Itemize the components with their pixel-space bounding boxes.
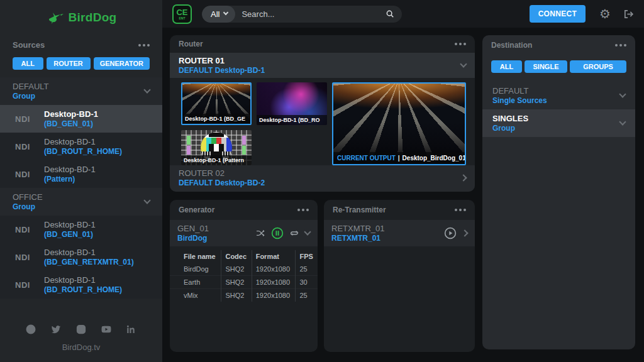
destination-filters: ALL SINGLE GROUPS xyxy=(482,55,635,82)
router-thumbnails: Desktop-BD-1 (BD_GE Desktop-BD-1 (BD_RO … xyxy=(170,78,475,165)
pattern-thumbnail[interactable]: Desktop-BD-1 (Pattern xyxy=(181,130,252,165)
filter-all-button[interactable]: ALL xyxy=(13,57,43,70)
ndi-logo-icon: NDI xyxy=(15,280,35,290)
source-item[interactable]: NDI Desktop-BD-1 (BD_GEN_RETXMTR_01) xyxy=(0,243,162,271)
gear-icon[interactable]: ⚙ xyxy=(599,6,611,21)
source-item[interactable]: NDI Desktop-BD-1 (BD_ROUT_R_HOME) xyxy=(0,271,162,299)
router-panel: Router ROUTER 01 DEFAULT Desktop-BD-1 De… xyxy=(170,35,475,192)
col-file-name: File name xyxy=(170,250,221,263)
search-bar: All xyxy=(202,6,402,23)
facebook-icon[interactable] xyxy=(25,324,36,335)
router-01-subtitle: DEFAULT Desktop-BD-1 xyxy=(179,66,265,75)
router-02-row[interactable]: ROUTER 02 DEFAULT Desktop-BD-2 xyxy=(170,165,475,192)
chevron-down-icon[interactable] xyxy=(143,86,150,93)
chevron-down-icon[interactable] xyxy=(460,60,467,67)
chevron-down-icon[interactable] xyxy=(304,228,311,235)
cell-fps: 25 xyxy=(296,289,318,302)
generator-file-table: File name Codec Format FPS BirdDog SHQ2 xyxy=(170,250,318,302)
table-row[interactable]: BirdDog SHQ2 1920x1080 25 xyxy=(170,263,318,276)
pause-icon[interactable] xyxy=(271,227,284,239)
source-item[interactable]: NDI Desktop-BD-1 (Pattern) xyxy=(0,160,162,188)
cell-codec: SHQ2 xyxy=(221,289,252,302)
connect-button[interactable]: CONNECT xyxy=(530,5,586,23)
group-name: SINGLES xyxy=(492,114,528,123)
twitter-icon[interactable] xyxy=(50,324,62,335)
loop-icon[interactable] xyxy=(289,229,299,238)
current-output-source: Desktop_BirdDog_01 (BD_G xyxy=(402,155,465,162)
source-group-default[interactable]: DEFAULT Group xyxy=(0,77,162,105)
filter-router-button[interactable]: ROUTER xyxy=(47,57,91,70)
source-item[interactable]: NDI Desktop-BD-1 (BD_GEN_01) xyxy=(0,105,162,133)
group-type: Group xyxy=(13,92,49,101)
ndi-logo-icon: NDI xyxy=(15,170,35,179)
destination-menu-icon[interactable] xyxy=(615,44,626,47)
source-name: Desktop-BD-1 xyxy=(44,248,134,257)
cell-fps: 25 xyxy=(296,263,318,276)
instagram-icon[interactable] xyxy=(75,324,87,335)
logout-icon[interactable] xyxy=(623,9,634,19)
source-thumbnail[interactable]: Desktop-BD-1 (BD_GE xyxy=(181,82,252,125)
source-item[interactable]: NDI Desktop-BD-1 (BD_GEN_01) xyxy=(0,216,162,243)
retransmitter-panel: Re-Transmitter RETXMTR_01 RETXMTR_01 xyxy=(324,200,475,352)
group-type: Single Sources xyxy=(492,96,547,105)
cell-format: 1920x1080 xyxy=(252,276,296,289)
source-thumbnail[interactable]: Desktop-BD-1 (BD_RO xyxy=(257,82,327,125)
social-links xyxy=(0,317,162,337)
search-scope-value: All xyxy=(211,9,219,19)
badge-line2: ENT xyxy=(179,17,186,20)
chevron-down-icon[interactable] xyxy=(619,118,626,125)
generator-panel: Generator GEN_01 BirdDog xyxy=(170,200,318,352)
source-channel: (BD_GEN_RETXMTR_01) xyxy=(44,258,134,266)
dest-filter-all-button[interactable]: ALL xyxy=(491,60,522,73)
source-group-office[interactable]: OFFICE Group xyxy=(0,188,162,216)
thumbnail-label: Desktop-BD-1 (BD_RO xyxy=(257,115,327,125)
chevron-down-icon xyxy=(223,10,228,15)
generator-source-name: BirdDog xyxy=(177,234,209,243)
retransmitter-device-name: RETXMTR_01 xyxy=(331,224,385,233)
app-root: BirdDog Sources ALL ROUTER GENERATOR DEF… xyxy=(0,0,644,362)
thumbnail-label: Desktop-BD-1 (BD_GE xyxy=(182,114,250,124)
group-name: DEFAULT xyxy=(13,82,49,91)
retransmitter-source-name: RETXMTR_01 xyxy=(331,234,385,243)
dest-filter-single-button[interactable]: SINGLE xyxy=(525,60,567,73)
current-output-label: CURRENT OUTPUT|Desktop_BirdDog_01 (BD_G xyxy=(333,152,465,164)
source-item[interactable]: NDI Desktop-BD-1 (BD_ROUT_R_HOME) xyxy=(0,133,162,160)
birddog-tv-link[interactable]: BirdDog.tv xyxy=(0,337,162,362)
brand-logo: BirdDog xyxy=(0,0,162,35)
retransmitter-device-row[interactable]: RETXMTR_01 RETXMTR_01 xyxy=(324,220,475,246)
current-output-thumbnail[interactable]: CURRENT OUTPUT|Desktop_BirdDog_01 (BD_G xyxy=(332,82,466,165)
search-icon[interactable] xyxy=(386,9,394,18)
cell-codec: SHQ2 xyxy=(221,263,252,276)
play-icon[interactable] xyxy=(444,227,457,239)
linkedin-icon[interactable] xyxy=(126,324,137,335)
ndi-logo-icon: NDI xyxy=(15,114,35,124)
table-header-row: File name Codec Format FPS xyxy=(170,250,318,263)
shuffle-icon[interactable] xyxy=(255,229,265,238)
ndi-logo-icon: NDI xyxy=(15,225,35,234)
router-01-row[interactable]: ROUTER 01 DEFAULT Desktop-BD-1 xyxy=(170,53,475,78)
group-type: Group xyxy=(492,124,528,133)
router-menu-icon[interactable] xyxy=(455,43,466,45)
search-scope-dropdown[interactable]: All xyxy=(202,6,235,23)
destination-group-singles[interactable]: SINGLES Group xyxy=(482,109,635,137)
chevron-down-icon[interactable] xyxy=(619,90,626,97)
youtube-icon[interactable] xyxy=(101,324,112,335)
sources-menu-icon[interactable] xyxy=(138,44,150,47)
search-input[interactable] xyxy=(235,9,386,19)
generator-panel-title: Generator xyxy=(179,206,214,214)
generator-menu-icon[interactable] xyxy=(297,209,309,211)
source-name: Desktop-BD-1 xyxy=(44,275,122,285)
chevron-down-icon[interactable] xyxy=(143,197,150,204)
cell-format: 1920x1080 xyxy=(252,289,296,302)
chevron-right-icon[interactable] xyxy=(461,229,468,236)
chevron-right-icon[interactable] xyxy=(460,174,467,181)
destination-group-default[interactable]: DEFAULT Single Sources xyxy=(482,82,635,109)
retransmitter-menu-icon[interactable] xyxy=(455,209,466,211)
table-row[interactable]: Earth SHQ2 1920x1080 30 xyxy=(170,276,318,289)
destination-panel: Destination ALL SINGLE GROUPS DEFAULT Si… xyxy=(482,35,635,349)
dest-filter-groups-button[interactable]: GROUPS xyxy=(570,60,626,73)
table-row[interactable]: vMix SHQ2 1920x1080 25 xyxy=(170,289,318,302)
current-output-separator: | xyxy=(396,155,402,162)
generator-device-row[interactable]: GEN_01 BirdDog xyxy=(170,220,318,246)
filter-generator-button[interactable]: GENERATOR xyxy=(94,57,150,70)
